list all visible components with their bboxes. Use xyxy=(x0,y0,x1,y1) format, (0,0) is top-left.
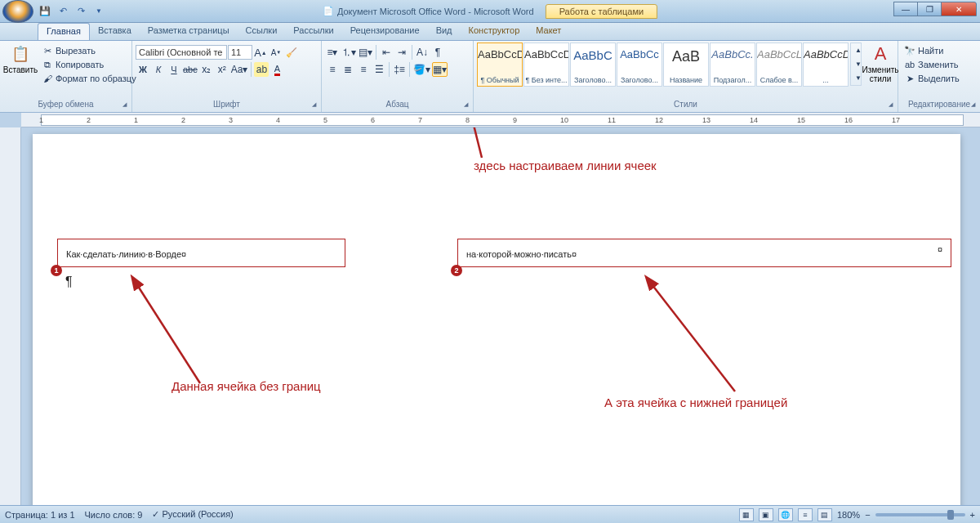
cut-button[interactable]: ✂Вырезать xyxy=(39,44,139,57)
font-size-combo[interactable] xyxy=(228,45,252,60)
paste-button[interactable]: 📋 Вставить xyxy=(3,42,38,76)
cursor-icon: ➤ xyxy=(904,73,915,84)
zoom-in-button[interactable]: + xyxy=(970,510,975,520)
redo-icon[interactable]: ↷ xyxy=(73,4,89,19)
status-lang[interactable]: ✓ Русский (Россия) xyxy=(152,509,233,520)
view-outline[interactable]: ≡ xyxy=(798,508,813,521)
style-subtle-emph[interactable]: AaBbCcLСлабое в... xyxy=(756,42,802,87)
window-title: 📄Документ Microsoft Office Word - Micros… xyxy=(323,6,534,16)
change-case-button[interactable]: Aa▾ xyxy=(230,62,249,77)
table-cell-2[interactable]: на·которой·можно·писать¤ ¤ xyxy=(457,239,951,267)
line-spacing-button[interactable]: ‡≡ xyxy=(392,62,407,77)
clear-format-button[interactable]: 🧹 xyxy=(284,45,299,60)
maximize-button[interactable]: ❐ xyxy=(917,2,942,16)
numbering-button[interactable]: ⒈▾ xyxy=(341,45,357,60)
ribbon-tabs: Главная Вставка Разметка страницы Ссылки… xyxy=(0,23,980,41)
multilevel-button[interactable]: ▤▾ xyxy=(358,45,373,60)
tab-view[interactable]: Вид xyxy=(428,23,461,40)
document-scroll[interactable]: здесь настраиваем линии ячеек Как·сделат… xyxy=(21,127,980,505)
style-heading1[interactable]: AaBbCЗаголово... xyxy=(570,42,616,87)
tab-mailings[interactable]: Рассылки xyxy=(285,23,341,40)
quick-access-toolbar: 💾 ↶ ↷ ▼ xyxy=(37,4,107,19)
replace-icon: ab xyxy=(904,59,915,70)
highlight-button[interactable]: ab xyxy=(254,62,269,77)
indent-button[interactable]: ⇥ xyxy=(394,45,409,60)
vertical-ruler[interactable] xyxy=(0,127,21,505)
svg-line-0 xyxy=(470,127,482,158)
scissors-icon: ✂ xyxy=(42,45,53,56)
grow-font-button[interactable]: A▲ xyxy=(253,45,268,60)
group-styles: AaBbCcDd¶ Обычный AaBbCcDd¶ Без инте... … xyxy=(474,41,898,112)
bullets-button[interactable]: ≡▾ xyxy=(325,45,340,60)
binoculars-icon: 🔭 xyxy=(904,45,915,56)
justify-button[interactable]: ☰ xyxy=(372,62,386,77)
copy-button[interactable]: ⧉Копировать xyxy=(39,58,139,71)
strike-button[interactable]: abc xyxy=(182,62,198,77)
tab-references[interactable]: Ссылки xyxy=(238,23,286,40)
tab-layout[interactable]: Разметка страницы xyxy=(140,23,238,40)
style-subtitle[interactable]: AaBbCc.Подзагол... xyxy=(710,42,755,87)
shading-button[interactable]: 🪣▾ xyxy=(412,62,431,77)
style-heading2[interactable]: AaBbCcЗаголово... xyxy=(617,42,662,87)
font-color-button[interactable]: A xyxy=(270,62,284,77)
table-cell-1[interactable]: Как·сделать·линию·в·Ворде¤ xyxy=(57,239,345,267)
outdent-button[interactable]: ⇤ xyxy=(379,45,394,60)
close-button[interactable]: ✕ xyxy=(941,2,977,16)
align-left-button[interactable]: ≡ xyxy=(325,62,340,77)
borders-button[interactable]: ▦▾ xyxy=(432,62,448,77)
ribbon: 📋 Вставить ✂Вырезать ⧉Копировать 🖌Формат… xyxy=(0,41,980,113)
style-title[interactable]: AaBНазвание xyxy=(663,42,709,87)
paste-icon: 📋 xyxy=(11,44,30,64)
italic-button[interactable]: К xyxy=(151,62,166,77)
group-label-font: Шрифт xyxy=(136,99,318,110)
zoom-level[interactable]: 180% xyxy=(837,510,860,520)
select-button[interactable]: ➤Выделить xyxy=(902,72,962,85)
qat-dropdown-icon[interactable]: ▼ xyxy=(91,4,107,19)
replace-button[interactable]: abЗаменить xyxy=(902,58,962,71)
view-draft[interactable]: ▤ xyxy=(817,508,832,521)
style-more[interactable]: AaBbCcDc... xyxy=(803,42,849,87)
save-icon[interactable]: 💾 xyxy=(37,4,53,19)
status-bar: Страница: 1 из 1 Число слов: 9 ✓ Русский… xyxy=(0,505,980,523)
view-print-layout[interactable]: ▦ xyxy=(739,508,754,521)
undo-icon[interactable]: ↶ xyxy=(55,4,71,19)
tab-table-layout[interactable]: Макет xyxy=(528,23,569,40)
view-web[interactable]: 🌐 xyxy=(778,508,793,521)
titlebar: 💾 ↶ ↷ ▼ 📄Документ Microsoft Office Word … xyxy=(0,0,980,23)
status-page[interactable]: Страница: 1 из 1 xyxy=(5,510,75,520)
svg-line-1 xyxy=(135,281,200,383)
tab-home[interactable]: Главная xyxy=(38,23,90,40)
font-name-combo[interactable] xyxy=(136,45,227,60)
show-marks-button[interactable]: ¶ xyxy=(430,45,445,60)
style-normal[interactable]: AaBbCcDd¶ Обычный xyxy=(477,42,523,87)
tab-review[interactable]: Рецензирование xyxy=(342,23,428,40)
align-right-button[interactable]: ≡ xyxy=(356,62,371,77)
sort-button[interactable]: A↓ xyxy=(415,45,430,60)
annotation-top: здесь настраиваем линии ячеек xyxy=(474,159,657,172)
format-painter-button[interactable]: 🖌Формат по образцу xyxy=(39,72,139,85)
annotation-right: А эта ячейка с нижней границей xyxy=(604,396,787,409)
zoom-out-button[interactable]: − xyxy=(865,510,870,520)
cell-end-mark: ¤ xyxy=(938,244,942,254)
minimize-button[interactable]: — xyxy=(893,2,918,16)
find-button[interactable]: 🔭Найти xyxy=(902,44,962,57)
status-words[interactable]: Число слов: 9 xyxy=(85,510,143,520)
group-clipboard: 📋 Вставить ✂Вырезать ⧉Копировать 🖌Формат… xyxy=(0,41,132,112)
zoom-slider[interactable] xyxy=(875,513,965,516)
underline-button[interactable]: Ч xyxy=(167,62,181,77)
tab-insert[interactable]: Вставка xyxy=(90,23,140,40)
svg-line-2 xyxy=(649,281,735,391)
style-gallery[interactable]: AaBbCcDd¶ Обычный AaBbCcDd¶ Без инте... … xyxy=(477,42,849,87)
view-full-screen[interactable]: ▣ xyxy=(759,508,773,521)
style-no-spacing[interactable]: AaBbCcDd¶ Без инте... xyxy=(523,42,569,87)
subscript-button[interactable]: x₂ xyxy=(199,62,214,77)
shrink-font-button[interactable]: A▼ xyxy=(269,45,283,60)
bold-button[interactable]: Ж xyxy=(136,62,150,77)
horizontal-ruler[interactable]: 121234567891011121314151617 xyxy=(21,113,980,127)
office-button[interactable] xyxy=(2,0,33,23)
tab-design[interactable]: Конструктор xyxy=(461,23,528,40)
superscript-button[interactable]: x² xyxy=(215,62,229,77)
change-styles-button[interactable]: A Изменить стили xyxy=(863,42,898,85)
group-label-styles: Стили xyxy=(477,99,894,110)
align-center-button[interactable]: ≣ xyxy=(341,62,355,77)
